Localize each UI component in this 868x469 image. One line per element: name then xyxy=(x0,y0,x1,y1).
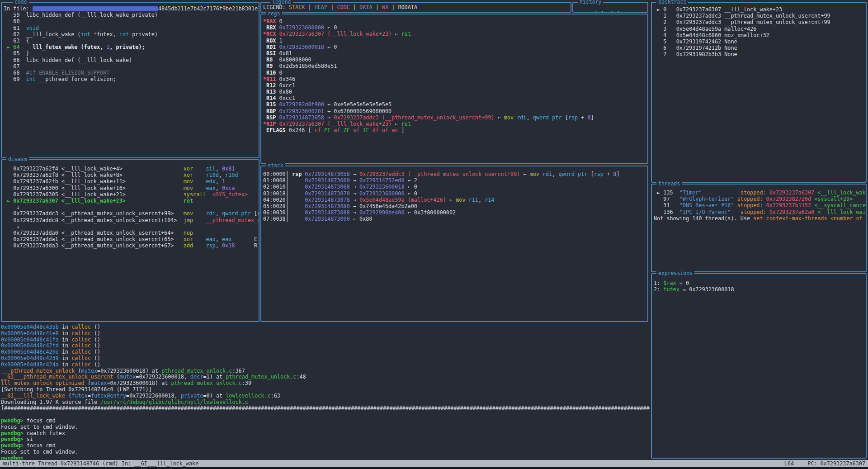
register-line: R8 0x80008000 xyxy=(263,57,647,63)
console-line: 0x00005e04d48c4239 in calloc () xyxy=(1,355,650,361)
code-line: 61 void xyxy=(4,25,259,31)
console-line: 0x00005e04d48c435b in calloc () xyxy=(1,324,650,330)
console-line: ___pthread_mutex_unlock (mutex=0x7293236… xyxy=(1,368,650,374)
console-line: Downloading 1.97 K source file /usr/src/… xyxy=(1,399,650,405)
history-back-button[interactable]: [←] xyxy=(594,10,604,12)
code-line: 62 __lll_lock_wake (int *futex, int priv… xyxy=(4,31,259,38)
disasm-line: ↓ xyxy=(4,223,259,230)
register-line: R13 0x80 xyxy=(263,89,647,95)
thread-row: 97 "WrGlyph~terizer" stopped: 0x72932382… xyxy=(654,196,866,202)
stack-line: 04:0020│ 0x729314873078 → 0x5e04d48ae59a… xyxy=(263,197,647,203)
stack-line: 07:0038│ 0x729314873090 ← 0x80 xyxy=(263,216,647,222)
history-forward-button[interactable]: [→] xyxy=(610,10,620,12)
code-line: 68 #if ENABLE_ELISION_SUPPORT xyxy=(4,70,259,76)
registers-panel: regs *RAX 0 RBX 0x729323600000 ← 0*RCX 0… xyxy=(260,14,648,164)
register-line: *RAX 0 xyxy=(263,18,647,24)
stack-line: 03:0018│ 0x729314873070 → 0x729323600000… xyxy=(263,190,647,197)
register-line: RBX 0x729323600000 ← 0 xyxy=(263,24,647,31)
code-line: 65 } xyxy=(4,50,259,57)
code-line: 66 libc_hidden_def (__lll_lock_wake) xyxy=(4,57,259,63)
console-line: 0x00005e04d48c42fd in calloc () xyxy=(1,342,650,349)
console-line: pwndbg> cwatch futex xyxy=(1,430,650,436)
register-line: *R11 0x346 xyxy=(263,76,647,82)
backtrace-frame: 5 0x729319742462 None xyxy=(654,38,866,45)
register-lines: *RAX 0 RBX 0x729323600000 ← 0*RCX 0x7293… xyxy=(261,14,647,163)
register-line: RSP 0x729314873058 → 0x7293237addc3 (__p… xyxy=(263,114,647,121)
status-bar: multi-thre Thread 0x7293148746 (cmd) In:… xyxy=(0,460,868,467)
status-thread-info: multi-thre Thread 0x7293148746 (cmd) In:… xyxy=(3,460,198,467)
status-pc: PC: 0x7293237a6307 xyxy=(807,460,865,467)
stack-panel: stack 00:0000│ rsp 0x729314873058 → 0x72… xyxy=(260,166,648,322)
stack-line: 05:0028│ 0x729314873080 ← 0x7456e45da42b… xyxy=(263,203,647,209)
code-line: 60 xyxy=(4,18,259,24)
history-panel: history [←][→] xyxy=(572,2,648,13)
status-line-number: L64 xyxy=(784,460,794,467)
disasm-line: 0x7293237a62f8 <__lll_lock_wake+8> xor r… xyxy=(4,172,259,178)
code-line: In file: 4845db211e7b42c7176f9be21b8301e… xyxy=(4,5,259,12)
console-line: pwndbg> xyxy=(1,455,650,460)
expression-row: 1: $rax = 0 xyxy=(654,280,866,286)
backtrace-frame: ► 0 0x7293237a6307 __lll_lock_wake+23 xyxy=(654,6,866,13)
disasm-lines: 0x7293237a62f4 <__lll_lock_wake+4> xor s… xyxy=(2,160,259,321)
stack-line: 02:0010│ 0x729314873068 → 0x729323600018… xyxy=(263,184,647,190)
disasm-line: 0x7293237a62fb <__lll_lock_wake+11> mov … xyxy=(4,178,259,185)
legend-panel: legend LEGEND: STACK | HEAP | CODE | DAT… xyxy=(260,2,571,13)
thread-row: 136 "IPC I/O Parent" stopped: 0x7293237a… xyxy=(654,209,866,215)
code-panel: code In file: 4845db211e7b42c7176f9be21b… xyxy=(1,2,259,158)
disasm-panel-title: disasm xyxy=(6,156,29,162)
register-line: RSI 0x81 xyxy=(263,50,647,57)
threads-panel-title: threads xyxy=(656,180,682,187)
console-line: pwndbg> focus cmd xyxy=(1,442,650,449)
backtrace-frame: 7 0x72931982b3b3 None xyxy=(654,51,866,57)
register-line: R9 0x2d561850ed580e51 xyxy=(263,63,647,69)
backtrace-panel: backtrace ► 0 0x7293237a6307 __lll_lock_… xyxy=(651,2,867,183)
legend-entries: LEGEND: STACK | HEAP | CODE | DATA | WX … xyxy=(263,4,571,10)
threads-panel: threads ► 135 "Timer" stopped: 0x7293237… xyxy=(651,184,867,272)
stack-line: 00:0000│ rsp 0x729314873058 → 0x7293237a… xyxy=(263,171,647,177)
code-line: ► 64 lll_futex_wake (futex, 1, private); xyxy=(4,44,259,50)
console-line: Focus set to cmd window. xyxy=(1,424,650,430)
thread-row: 31 "DNS Res~ver #16" stopped: 0x7293237b… xyxy=(654,202,866,208)
backtrace-frame: 4 0x5e04d48c6860 moz_xmalloc+32 xyxy=(654,32,866,38)
register-line: *RCX 0x7293237a6307 (__lll_lock_wake+23)… xyxy=(263,31,647,37)
registers-panel-title: regs xyxy=(266,10,282,17)
console-line: __GI___pthread_mutex_unlock_usercnt (mut… xyxy=(1,374,650,380)
console-line: lll_mutex_unlock_optimized (mutex=0x7293… xyxy=(1,380,650,386)
backtrace-frame: 2 0x7293237addc3 __pthread_mutex_unlock_… xyxy=(654,19,866,25)
thread-row: ► 135 "Timer" stopped: 0x7293237a6307 <_… xyxy=(654,189,866,196)
stack-line: 01:0008│ 0x729314873060 → 0x729314752ed0… xyxy=(263,177,647,184)
disasm-line: ► 0x7293237a6307 <__lll_lock_wake+23> re… xyxy=(4,198,259,204)
register-line: EFLAGS 0x246 [ cf PF af ZF sf IF df of a… xyxy=(263,127,647,133)
code-line: 67 xyxy=(4,63,259,70)
disasm-line: 0x7293237adda1 <__pthread_mutex_unlock_u… xyxy=(4,236,259,242)
disasm-line: 0x7293237addc8 <__pthread_mutex_unlock_u… xyxy=(4,217,259,223)
console-line: __GI___lll_lock_wake (futex=futex@entry=… xyxy=(1,393,650,399)
disasm-line: 0x7293237a6305 <__lll_lock_wake+21> sysc… xyxy=(4,191,259,198)
backtrace-panel-title: backtrace xyxy=(656,0,688,5)
code-line: 59 libc_hidden_def (__lll_lock_wake_priv… xyxy=(4,12,259,18)
console-line: 0x00005e04d48c41fa in calloc () xyxy=(1,336,650,343)
code-line: 63 { xyxy=(4,38,259,44)
register-line: R14 0xcc1 xyxy=(263,95,647,101)
console-output[interactable]: 0x00005e04d48c435b in calloc ()0x00005e0… xyxy=(1,322,650,460)
console-line: 0x00005e04d48c424a in calloc () xyxy=(1,361,650,368)
disasm-line: 0x7293237a6300 <__lll_lock_wake+16> mov … xyxy=(4,185,259,191)
register-line: R10 0 xyxy=(263,70,647,76)
code-source-lines: In file: 4845db211e7b42c7176f9be21b8301e… xyxy=(2,3,259,157)
code-line: 69 int __pthread_force_elision; xyxy=(4,76,259,82)
thread-row: Not showing 140 thread(s). Use set conte… xyxy=(654,215,866,222)
redacted-file-path xyxy=(33,6,158,11)
disasm-panel: disasm 0x7293237a62f4 <__lll_lock_wake+4… xyxy=(1,159,259,322)
disasm-line: ↓ xyxy=(4,204,259,210)
expression-lines: 1: $rax = 02: futex = 0x729323600018 xyxy=(652,274,866,458)
register-line: *RIP 0x7293237a6307 (__lll_lock_wake+23)… xyxy=(263,121,647,127)
console-line: Focus set to cmd window. xyxy=(1,449,650,455)
console-line: [#######################################… xyxy=(1,405,650,411)
backtrace-frame: 1 0x7293237addc3 __pthread_mutex_unlock_… xyxy=(654,13,866,19)
stack-line: 06:0030│ 0x729314873088 → 0x7292990be400… xyxy=(263,209,647,216)
stack-lines: 00:0000│ rsp 0x729314873058 → 0x7293237a… xyxy=(261,166,647,321)
console-line: [Switching to Thread 0x7293148746c0 (LWP… xyxy=(1,386,650,393)
backtrace-lines: ► 0 0x7293237a6307 __lll_lock_wake+23 1 … xyxy=(652,3,866,182)
disasm-line: 0x7293237addc3 <__pthread_mutex_unlock_u… xyxy=(4,210,259,217)
history-panel-title: history xyxy=(578,0,603,5)
